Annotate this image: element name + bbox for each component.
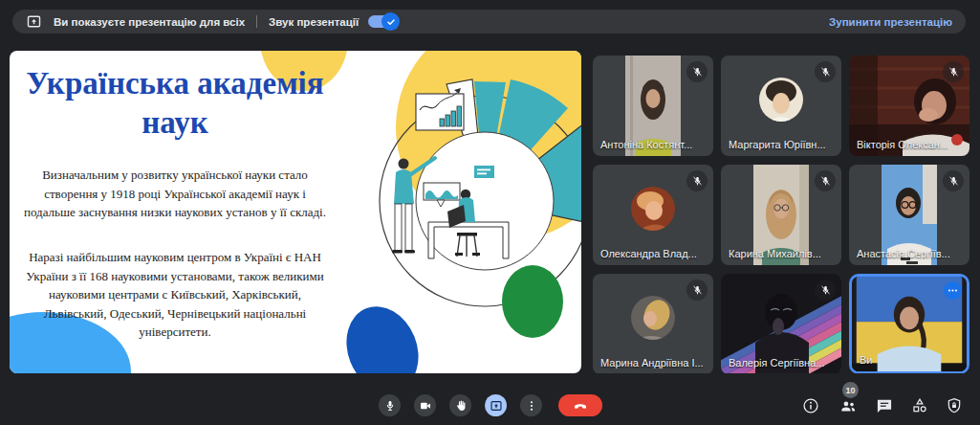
present-button[interactable]: [485, 394, 507, 416]
participant-name: Валерія Сергіївна...: [729, 357, 824, 369]
slide-title: Українська академія наук: [17, 64, 333, 142]
camera-button[interactable]: [414, 394, 436, 416]
shared-presentation: Українська академія наук Визначальним у …: [10, 51, 581, 373]
participant-tile-anastasiia[interactable]: Анастасія Сергіїв...: [849, 165, 969, 265]
mic-button[interactable]: [379, 394, 401, 416]
chat-icon[interactable]: [875, 396, 894, 415]
participant-name: Антоніна Костянт...: [600, 139, 692, 150]
participant-tile-karyna[interactable]: Карина Михайлів...: [721, 165, 841, 265]
stop-presentation-button[interactable]: Зупинити презентацію: [829, 16, 952, 28]
activities-icon[interactable]: [910, 396, 929, 415]
mic-off-icon: [815, 170, 836, 191]
participant-name: Карина Михайлів...: [729, 248, 821, 259]
slide-paragraph-1: Визначальним у розвитку української наук…: [23, 166, 327, 222]
participant-name: Анастасія Сергіїв...: [857, 248, 950, 259]
avatar: [631, 296, 675, 340]
avatar: [631, 187, 675, 231]
participant-tile-marharyta[interactable]: Маргарита Юріївн...: [721, 56, 841, 156]
self-tile[interactable]: Ви: [849, 274, 969, 374]
mic-off-icon: [686, 61, 708, 82]
info-icon[interactable]: [801, 396, 820, 415]
mic-off-icon: [686, 170, 708, 191]
people-icon[interactable]: [838, 396, 858, 415]
avatar: [759, 78, 803, 122]
toggle-thumb: [381, 12, 400, 31]
participant-tile-oleksandra[interactable]: Олександра Влад...: [593, 165, 713, 265]
more-dots-icon[interactable]: [944, 281, 962, 300]
end-call-button[interactable]: [558, 394, 602, 416]
presenting-label: Ви показуєте презентацію для всіх: [54, 16, 245, 28]
slide-paragraph-2: Наразі найбільшим науковим центром в Укр…: [23, 248, 327, 342]
meet-window: Ви показуєте презентацію для всіх Звук п…: [0, 0, 980, 425]
participant-tile-antonina[interactable]: Антоніна Костянт...: [593, 56, 713, 156]
participant-name: Ви: [860, 354, 872, 366]
check-icon: [385, 16, 397, 28]
presentation-banner: Ви показуєте презентацію для всіх Звук п…: [12, 10, 966, 34]
participant-name: Марина Андріївна І...: [600, 357, 704, 369]
presentation-sound-label: Звук презентації: [269, 16, 359, 28]
host-controls-icon[interactable]: [945, 396, 964, 415]
mic-off-icon: [943, 61, 964, 82]
present-icon: [26, 13, 42, 30]
participant-name: Вікторія Олексан...: [857, 139, 948, 150]
participant-name: Маргарита Юріївн...: [729, 139, 826, 150]
participants-grid: Антоніна Костянт... Маргарита Юріївн...: [593, 56, 969, 374]
control-bar: 10: [0, 373, 980, 425]
mic-off-icon: [943, 170, 964, 191]
mic-off-icon: [686, 280, 708, 301]
participant-tile-viktoriia[interactable]: Вікторія Олексан...: [849, 56, 969, 156]
more-options-button[interactable]: [520, 394, 542, 416]
hand-raise-button[interactable]: [449, 394, 471, 416]
participant-count-badge: 10: [842, 382, 859, 398]
participant-tile-valeriia[interactable]: Валерія Сергіївна...: [721, 274, 841, 374]
mic-off-icon: [815, 280, 836, 301]
participant-tile-maryna[interactable]: Марина Андріївна І...: [593, 274, 713, 374]
mic-off-icon: [815, 61, 836, 82]
participant-name: Олександра Влад...: [600, 248, 697, 259]
divider: [256, 15, 257, 28]
presentation-sound-toggle[interactable]: [368, 15, 397, 28]
